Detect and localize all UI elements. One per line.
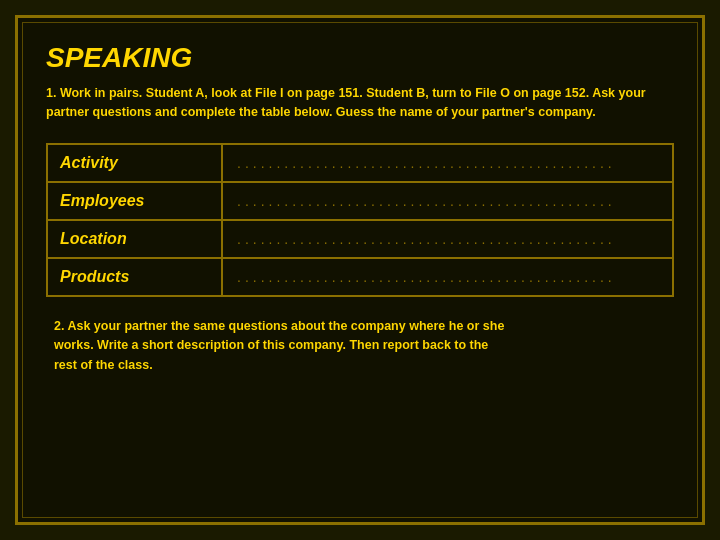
activity-table: Activity ...............................…: [46, 143, 674, 297]
row-dots-location: ........................................…: [222, 220, 673, 258]
row-label-employees: Employees: [47, 182, 222, 220]
slide-title: SPEAKING: [46, 42, 674, 74]
row-label-products: Products: [47, 258, 222, 296]
row-label-activity: Activity: [47, 144, 222, 182]
table-row: Products ...............................…: [47, 258, 673, 296]
row-dots-activity: ........................................…: [222, 144, 673, 182]
table-row: Employees ..............................…: [47, 182, 673, 220]
table-row: Activity ...............................…: [47, 144, 673, 182]
footer-text: 2. Ask your partner the same questions a…: [46, 317, 674, 375]
table-row: Location ...............................…: [47, 220, 673, 258]
row-dots-products: ........................................…: [222, 258, 673, 296]
slide-container: SPEAKING 1. Work in pairs. Student A, lo…: [15, 15, 705, 525]
row-dots-employees: ........................................…: [222, 182, 673, 220]
row-label-location: Location: [47, 220, 222, 258]
instructions-text: 1. Work in pairs. Student A, look at Fil…: [46, 84, 674, 123]
